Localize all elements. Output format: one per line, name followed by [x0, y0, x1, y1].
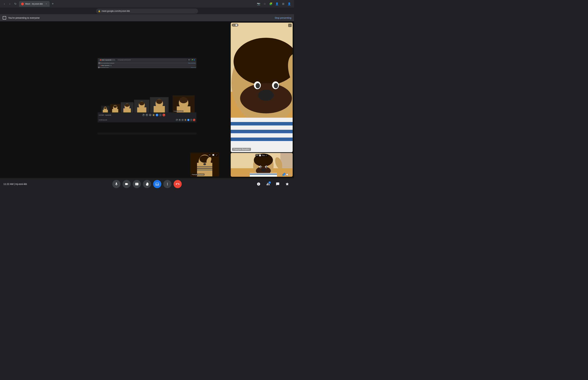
tab-title: Meet - tnj-esni-ikb	[25, 2, 44, 5]
mini-more-btn: ⋮	[159, 114, 162, 116]
micro-face-svg-2	[110, 104, 120, 113]
mini-nav: ‹ › ↻ Meet - tnj-esni-ikb × +	[98, 64, 196, 67]
info-button[interactable]	[255, 181, 262, 188]
reload-button[interactable]: ↻	[13, 1, 18, 6]
time-display: 11:22 AM	[3, 183, 13, 185]
nested-present: ▣	[187, 119, 190, 121]
mini-tab-text: Meet - tnj-esni-ikb	[102, 65, 109, 66]
new-tab-button[interactable]: +	[50, 1, 55, 6]
active-tab[interactable]: Meet - tnj-esni-ikb ×	[19, 1, 50, 7]
francois-expand-btn[interactable]: ⤢	[288, 24, 292, 27]
micro-face-svg-3	[121, 102, 133, 113]
bookmark-btn[interactable]: ☆	[262, 1, 267, 7]
svg-rect-18	[154, 106, 165, 113]
people-button[interactable]: 3	[265, 181, 271, 188]
nested-tab: Meet - tnj-esni-ikb × +	[99, 59, 115, 61]
float-more-md[interactable]: •••	[208, 153, 211, 156]
camera-icon	[125, 182, 129, 186]
micro-thumb-2	[110, 104, 120, 113]
account-btn[interactable]: 👤	[286, 1, 292, 7]
more-options-button[interactable]	[163, 180, 171, 188]
nested-address-bar: meet.google.com/tnj-esni-ikb	[117, 59, 187, 61]
nested-tab-title: Meet - tnj-esni-ikb	[102, 59, 111, 60]
nested-stop-btn: Stop presenting	[188, 63, 195, 64]
nested-browser-bar: Meet - tnj-esni-ikb × + meet.google.com/…	[98, 58, 196, 62]
nested-more: ⋮	[190, 119, 192, 121]
float-pip-md[interactable]: ⬜	[212, 153, 215, 156]
svg-rect-30	[197, 170, 212, 170]
self-people-btn[interactable]: 👥 3	[282, 173, 285, 176]
meeting-time-label: 11:22 AM | tnj-esni-ikb	[3, 183, 27, 185]
end-call-button[interactable]	[173, 180, 182, 188]
francois-pip-btn[interactable]: ⬜	[235, 24, 237, 26]
captions-button[interactable]	[133, 180, 141, 188]
self-activities-btn[interactable]: ⚙	[289, 173, 291, 176]
svg-point-50	[274, 83, 278, 88]
mini-caption-btn: CC	[149, 114, 152, 116]
forward-button[interactable]: ›	[7, 1, 12, 6]
camera-button[interactable]	[122, 180, 131, 188]
time-separator: |	[14, 183, 16, 185]
nested-time: 11:22 AM | tnj-esni-ikb	[99, 119, 107, 120]
mini-back: ‹ › ↻	[98, 65, 100, 66]
mini-tab: Meet - tnj-esni-ikb × +	[100, 65, 112, 66]
self-info-btn[interactable]: ℹ	[280, 173, 281, 176]
address-bar[interactable]: 🔒 meet.google.com/tnj-esni-ikb	[96, 8, 198, 14]
mini-participant-strip	[101, 97, 169, 113]
micro-face-svg-4	[134, 100, 149, 113]
people-badge: 3	[284, 173, 285, 175]
mini-plus: +	[111, 65, 111, 66]
svg-rect-2	[103, 110, 108, 113]
present-button[interactable]	[153, 180, 161, 188]
you-pip-icon: ⬜	[259, 154, 261, 156]
activities-button[interactable]	[284, 181, 291, 188]
svg-rect-6	[112, 109, 118, 113]
svg-point-19	[156, 99, 162, 104]
back-button[interactable]: ‹	[2, 1, 7, 6]
camera-icon-btn[interactable]: 📷	[256, 1, 261, 7]
nested-toolbar-icons: 📷 ☆ 🧩 👤	[188, 59, 195, 60]
francois-name-label: François Beaufort	[232, 148, 251, 151]
you-expand-btn[interactable]: ⤢	[266, 154, 267, 156]
nested-time-id: 11:22 AM | tnj-esni-ikb	[99, 119, 107, 120]
svg-rect-42	[231, 138, 293, 141]
right-controls: 3	[255, 181, 291, 188]
micro-thumb-4	[134, 100, 149, 113]
meeting-info: 11:22 AM | tnj-esni-ikb	[3, 183, 27, 185]
you-more-dots: •••	[256, 154, 258, 156]
nested-cc: CC	[181, 119, 184, 121]
svg-rect-14	[137, 107, 146, 113]
svg-point-62	[261, 168, 266, 171]
profile-btn[interactable]: 👤	[274, 1, 280, 7]
tab-close-button[interactable]: ×	[45, 2, 48, 5]
self-chat-btn[interactable]: 💬	[286, 173, 288, 176]
medium-tile-1: François Beaufort	[172, 95, 195, 113]
split-screen-btn[interactable]: ⊞	[280, 1, 286, 7]
tab-list: Meet - tnj-esni-ikb × +	[19, 1, 255, 7]
meeting-id-display: tnj-esni-ikb	[16, 183, 27, 185]
mini-present-btn: ▣	[156, 114, 158, 116]
nested-url: meet.google.com/tnj-esni-ikb	[118, 59, 131, 60]
url-text: meet.google.com/tnj-esni-ikb	[102, 10, 130, 12]
nav-buttons: ‹ › ↻	[2, 1, 18, 6]
svg-rect-60	[250, 174, 277, 174]
present-icon-symbol: ↑	[4, 17, 5, 19]
chat-button[interactable]	[274, 181, 281, 188]
activities-icon	[285, 182, 289, 186]
raise-hand-button[interactable]	[143, 180, 151, 188]
nested-cam: 📷	[178, 119, 181, 121]
micro-thumb-5	[150, 97, 169, 113]
mic-icon	[114, 182, 118, 186]
present-icon: ↑	[3, 16, 6, 19]
inner-preview: ‹ › ↻ Meet - tnj-esni-ikb × + ↑ You're p…	[98, 64, 196, 133]
mini-end-btn: 📞	[162, 114, 165, 116]
mini-banner: ↑ You're presenting to everyone Stop pre…	[98, 67, 196, 68]
right-participant-panel: François Beaufort ••• ⬜ ⤢	[229, 21, 294, 178]
svg-rect-10	[123, 108, 131, 113]
more-options-icon	[166, 182, 169, 186]
extensions-btn[interactable]: 🧩	[268, 1, 274, 7]
francois-more-btn[interactable]: •••	[233, 24, 235, 26]
stop-presenting-button[interactable]: Stop presenting	[275, 17, 291, 19]
float-expand-md[interactable]: ⤢	[215, 153, 218, 156]
mic-button[interactable]	[112, 180, 120, 188]
